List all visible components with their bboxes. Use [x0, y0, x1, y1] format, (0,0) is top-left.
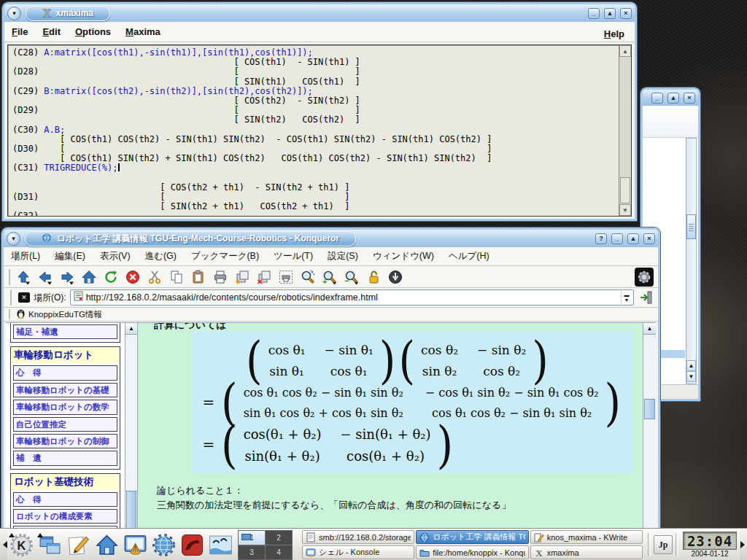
close-button[interactable]: ×	[684, 93, 695, 104]
maxima-console[interactable]: (C28) A:matrix([cos(th1),-sin(th1)],[sin…	[7, 44, 632, 217]
home-icon[interactable]	[93, 530, 121, 559]
taskbar-task[interactable]: smb://192.168.0.2/storage/m	[302, 530, 414, 544]
xmaxima-titlebar[interactable]: ▼ X xmaxima _ ▲ ×	[4, 4, 635, 22]
scroll-up-icon[interactable]: ▲	[686, 360, 696, 371]
go-icon[interactable]	[638, 289, 655, 306]
scrollbar-thumb[interactable]	[620, 177, 630, 203]
taskbar-task[interactable]: ロボット工学 講義情報 TG	[416, 530, 528, 544]
download-icon[interactable]	[385, 267, 405, 287]
menu-item[interactable]: 場所(L)	[11, 250, 40, 262]
desktop-3[interactable]: 3	[239, 545, 265, 559]
window-menu-icon[interactable]: ▼	[7, 232, 20, 246]
reload-icon[interactable]	[101, 267, 120, 287]
url-input[interactable]	[86, 292, 618, 303]
konsole-icon[interactable]	[121, 530, 150, 559]
sidebar-link[interactable]: 補 遺	[13, 451, 117, 465]
konqueror-icon[interactable]	[150, 530, 178, 559]
close-tab-icon[interactable]: ✕	[254, 267, 274, 287]
window-menu-icon[interactable]: ▼	[7, 7, 21, 20]
nav-frame-scrollbar[interactable]: ▲	[125, 323, 138, 558]
sidebar-link[interactable]: ロボットの構成要素	[13, 509, 117, 524]
window-list-icon[interactable]	[36, 530, 64, 559]
menu-maxima[interactable]: Maxima	[125, 26, 160, 37]
print-frame-icon[interactable]	[276, 267, 295, 287]
menu-options[interactable]: Options	[75, 26, 111, 37]
scrollbar-thumb[interactable]	[644, 399, 655, 419]
taskbar-task[interactable]: file:/home/knoppix - Konquer	[416, 545, 528, 559]
scroll-down-icon[interactable]: ▼	[619, 204, 631, 216]
sidebar-link[interactable]: 自己位置推定	[13, 417, 117, 432]
panel-hide-right[interactable]	[740, 529, 747, 560]
minimize-button[interactable]: _	[651, 93, 663, 104]
sidebar-link[interactable]: 車輪移動ロボットの数学	[13, 400, 117, 414]
maxima-console-text[interactable]: (C28) A:matrix([cos(th1),-sin(th1)],[sin…	[8, 45, 619, 216]
notes-icon[interactable]	[64, 530, 93, 559]
console-scrollbar[interactable]: ▲ ▼	[619, 45, 631, 216]
content-frame-scrollbar[interactable]: ▲	[643, 323, 656, 558]
minimize-button[interactable]: _	[588, 8, 600, 19]
location-field[interactable]: ▬▼	[70, 289, 634, 306]
taskbar-task[interactable]: シェル - Konsole	[302, 545, 414, 559]
sidebar-link[interactable]: 心 得	[13, 365, 117, 380]
openoffice-icon[interactable]	[206, 530, 235, 559]
konqueror-window[interactable]: ▼ ロボット工学 講義情報 TGU-Eng-Mech-Course-Roboti…	[1, 228, 660, 560]
taskbar-task[interactable]: Xxmaxima	[530, 545, 643, 559]
close-button[interactable]: ×	[620, 8, 632, 19]
taskbar-task[interactable]: knos_maxima - KWrite	[530, 530, 643, 544]
toolbar-handle[interactable]	[7, 269, 10, 285]
menu-item[interactable]: 表示(V)	[100, 250, 131, 262]
close-button[interactable]: ×	[643, 233, 655, 244]
clear-location-icon[interactable]: ✕	[18, 292, 30, 303]
new-tab-icon[interactable]: ★	[232, 267, 252, 287]
maximize-button[interactable]: ▲	[604, 8, 616, 19]
forward-icon[interactable]	[57, 267, 77, 287]
xmaxima-window[interactable]: ▼ X xmaxima _ ▲ × FileEditOptionsMaxima …	[2, 2, 637, 221]
up-icon[interactable]	[13, 267, 33, 287]
desktop-4[interactable]: 4	[266, 545, 292, 559]
menu-item[interactable]: 進む(G)	[145, 250, 177, 262]
maximize-button[interactable]: ▲	[667, 93, 679, 104]
menu-item[interactable]: ウィンドウ(W)	[373, 250, 434, 262]
maximize-button[interactable]: ▲	[627, 233, 639, 244]
bookmark-item[interactable]: KnoppixEduTG情報	[28, 309, 102, 320]
sidebar-link[interactable]: 補足・補遺	[13, 324, 117, 339]
zoom-in-icon[interactable]: +	[320, 267, 339, 287]
japanese-input-tray-icon[interactable]: Jp	[654, 535, 673, 554]
scroll-down-icon[interactable]: ▼	[686, 371, 696, 382]
sidebar-link[interactable]: 車輪移動ロボットの基礎	[13, 383, 117, 397]
scrollbar-thumb[interactable]	[686, 214, 696, 239]
help-button[interactable]: ?	[595, 233, 607, 244]
print-icon[interactable]	[210, 267, 230, 287]
url-dropdown-icon[interactable]: ▬▼	[621, 290, 632, 305]
desktop-2[interactable]: 2	[266, 531, 292, 545]
menu-item[interactable]: ツール(T)	[274, 250, 313, 262]
menu-item[interactable]: 設定(S)	[328, 250, 358, 262]
menu-help[interactable]: Help	[604, 28, 624, 39]
scroll-up-icon[interactable]: ▲	[619, 45, 631, 57]
toolbar-handle[interactable]	[8, 289, 12, 306]
cut-icon[interactable]	[144, 267, 164, 287]
menu-item[interactable]: ヘルプ(H)	[449, 250, 489, 262]
panel-clock[interactable]: 23:04 2004-01-12	[681, 532, 739, 559]
paste-icon[interactable]	[188, 267, 208, 287]
home-icon[interactable]	[79, 267, 98, 287]
mozilla-icon[interactable]	[178, 530, 206, 559]
back-icon[interactable]	[35, 267, 55, 287]
background-window-titlebar[interactable]: _ ▲ ×	[643, 90, 698, 106]
zoom-out-icon[interactable]: −	[341, 267, 361, 287]
menu-edit[interactable]: Edit	[42, 26, 61, 37]
stop-icon[interactable]	[123, 267, 142, 287]
menu-item[interactable]: 編集(E)	[55, 250, 85, 262]
find-icon[interactable]	[298, 267, 317, 287]
panel-hide-left[interactable]	[0, 529, 7, 560]
kmenu-icon[interactable]: K	[7, 530, 36, 559]
scrollbar[interactable]: ▲ ▼	[686, 138, 697, 384]
scroll-up-icon[interactable]: ▲	[125, 323, 137, 335]
scroll-up-icon[interactable]: ▲	[643, 323, 656, 335]
konqueror-titlebar[interactable]: ▼ ロボット工学 講義情報 TGU-Eng-Mech-Course-Roboti…	[4, 230, 658, 247]
security-lock-icon[interactable]	[363, 267, 383, 287]
menu-item[interactable]: ブックマーク(B)	[191, 250, 259, 262]
sidebar-link[interactable]: 心 得	[13, 492, 117, 507]
sidebar-link[interactable]: 車輪移動ロボットの制御	[13, 434, 117, 448]
copy-icon[interactable]	[166, 267, 186, 287]
